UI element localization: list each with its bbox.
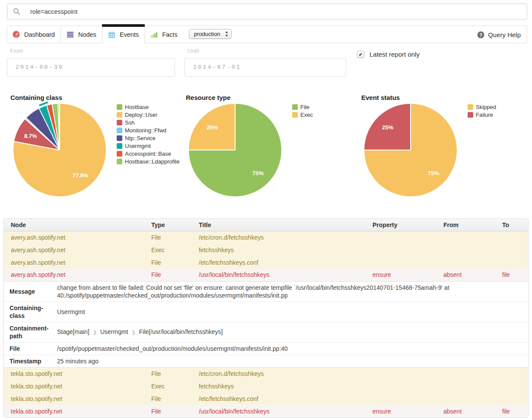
event-row[interactable]: tekla.sto.spotify.netFile/etc/fetchsshke… [4,392,529,405]
legend-swatch [117,128,122,133]
legend-label: Deploy::User [125,112,157,118]
containing-class-pie[interactable]: 77.8%8.7% [13,104,106,196]
detail-row-message: Messagechange from absent to file failed… [4,282,529,301]
pie-percent-label: 77.8% [72,172,88,178]
event-row[interactable]: avery.ash.spotify.netExecfetchsshkeys [4,244,529,256]
legend-label: File [300,104,309,110]
search-input[interactable]: role=accesspoint [30,8,77,15]
legend-swatch [117,120,122,125]
event-row[interactable]: avery.ash.spotify.netFile/etc/cron.d/fet… [4,231,529,244]
detail-row-containing-class: Containing-classUsermgmt [4,301,529,322]
pie-percent-label: 25% [382,124,393,130]
legend-item[interactable]: Ntp::Service [117,135,179,141]
legend-item[interactable]: Exec [292,112,313,118]
event-row[interactable]: tekla.sto.spotify.netExecfetchsshkeys [4,380,529,392]
legend-label: Exec [300,112,313,118]
legend-label: Hostbase [125,104,149,110]
pie-slice-border [235,104,236,150]
table-header-row: Node Type Title Property From To [4,219,529,231]
tab-events[interactable]: Events [102,26,145,43]
detail-value: /spotify/puppetmaster/checked_out/produc… [57,343,529,355]
chart-legend: SkippedFailure [468,104,496,120]
chart-title: Containing class [10,94,188,101]
event-detail-panel: Messagechange from absent to file failed… [4,281,529,367]
environment-select[interactable]: production [189,29,232,39]
detail-label: File [4,343,57,355]
charts-row: Containing class 77.8%8.7% HostbaseDeplo… [0,94,532,211]
tab-label: Events [120,31,139,38]
legend-item[interactable]: File [292,104,313,110]
detail-row-containment-path: Containment-pathStage[main]❯Usermgmt❯Fil… [4,322,529,342]
event-row[interactable]: avery.ash.spotify.netFile/usr/local/bin/… [4,269,529,281]
latest-report-label: Latest report only [370,51,420,58]
pie-percent-label: 75% [252,170,264,176]
legend-item[interactable]: Skipped [468,104,496,110]
detail-label: Containment-path [4,322,57,342]
from-date-input[interactable]: 2014-06-30 [7,58,175,77]
resource-type-pie[interactable]: 75%25% [189,104,281,196]
query-help-label: Query Help [488,31,521,38]
tab-facts[interactable]: Facts [145,26,183,43]
legend-label: Accesspoint::Base [125,151,171,157]
pie-slice-border [364,150,411,151]
tab-label: Facts [162,31,177,38]
search-bar[interactable]: role=accesspoint [7,3,527,19]
legend-label: Ntp::Service [125,135,156,141]
nav-tabs: Dashboard Nodes Events Facts production … [7,26,527,43]
tab-label: Nodes [78,31,96,38]
legend-item[interactable]: Usermgmt [117,143,179,149]
pie-slice-border [410,104,411,150]
svg-text:?: ? [479,32,482,37]
legend-label: Ssh [125,119,134,126]
col-header-property: Property [369,219,440,231]
until-label: Until [188,48,346,54]
col-header-node: Node [4,219,148,231]
latest-report-checkbox[interactable]: ✔ [357,51,364,58]
legend-item[interactable]: Accesspoint::Base [117,151,179,157]
until-date-input[interactable]: 2014-07-01 [185,58,346,77]
tab-nodes[interactable]: Nodes [61,26,102,43]
pie-percent-label: 25% [207,124,218,130]
event-row[interactable]: tekla.sto.spotify.netFile/etc/cron.d/fet… [4,367,529,380]
pie-percent-label: 8.7% [24,132,37,139]
legend-item[interactable]: Hostbase [117,104,179,110]
search-icon [13,8,20,15]
col-header-type: Type [148,219,195,231]
legend-item[interactable]: Failure [468,112,496,118]
bar-chart-icon [150,31,158,38]
legend-label: Skipped [476,104,496,110]
chart-legend: FileExec [292,104,313,120]
query-help-link[interactable]: ? Query Help [477,26,527,43]
events-table: Node Type Title Property From To avery.a… [3,218,529,418]
legend-item[interactable]: Deploy::User [117,112,179,118]
list-icon [67,31,74,38]
legend-swatch [117,135,122,141]
detail-row-timestamp: Timestamp25 minutes ago [4,355,529,367]
filters-row: From 2014-06-30 Until 2014-07-01 ✔ Lates… [7,48,525,78]
event-row[interactable]: tekla.sto.spotify.netFile/usr/local/bin/… [4,405,529,417]
legend-swatch [117,143,122,149]
chart-event-status: Event status 75%25% SkippedFailure [361,94,532,206]
select-arrows-icon [225,31,228,37]
chart-containing-class: Containing class 77.8%8.7% HostbaseDeplo… [10,94,188,206]
legend-item[interactable]: Ssh [117,120,179,125]
event-status-pie[interactable]: 75%25% [364,104,457,196]
col-header-to: To [499,219,529,231]
detail-value: Stage[main]❯Usermgmt❯File[/usr/local/bin… [57,326,529,339]
detail-label: Message [4,285,57,298]
from-label: From [10,48,175,54]
legend-swatch [117,112,122,118]
legend-label: Failure [476,112,493,118]
tab-dashboard[interactable]: Dashboard [7,26,61,43]
legend-swatch [117,104,122,110]
legend-item[interactable]: Monitoring::Ffwd [117,128,179,133]
legend-item[interactable]: Hostbase::Ldapprofile [117,159,179,164]
question-icon: ? [477,31,484,38]
legend-swatch [292,112,298,118]
legend-label: Usermgmt [125,143,151,149]
chevron-right-icon: ❯ [93,330,97,335]
legend-label: Monitoring::Ffwd [125,127,166,134]
legend-swatch [117,159,122,164]
legend-swatch [468,112,473,118]
event-row[interactable]: avery.ash.spotify.netFile/etc/fetchsshke… [4,256,529,269]
